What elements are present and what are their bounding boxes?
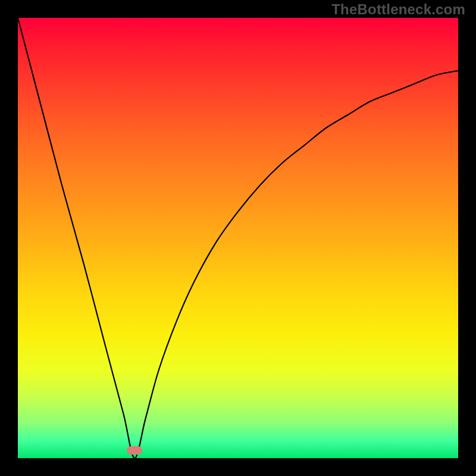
plot-area xyxy=(18,18,458,458)
chart-frame: TheBottleneck.com xyxy=(0,0,476,476)
bottleneck-curve xyxy=(18,18,458,458)
watermark-text: TheBottleneck.com xyxy=(331,1,465,18)
minimum-marker xyxy=(127,446,142,455)
